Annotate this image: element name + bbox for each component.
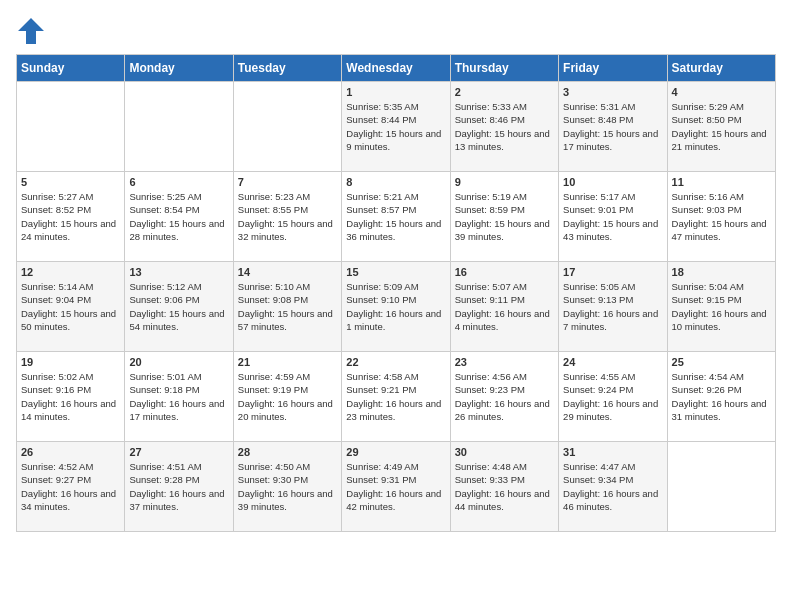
sunrise-text: Sunrise: 5:04 AM: [672, 281, 744, 292]
day-number: 20: [129, 356, 228, 368]
day-number: 25: [672, 356, 771, 368]
daylight-text: Daylight: 15 hours and 24 minutes.: [21, 218, 116, 242]
day-info: Sunrise: 4:58 AM Sunset: 9:21 PM Dayligh…: [346, 370, 445, 423]
day-number: 2: [455, 86, 554, 98]
day-number: 3: [563, 86, 662, 98]
daylight-text: Daylight: 16 hours and 4 minutes.: [455, 308, 550, 332]
day-info: Sunrise: 4:56 AM Sunset: 9:23 PM Dayligh…: [455, 370, 554, 423]
calendar-cell: 24 Sunrise: 4:55 AM Sunset: 9:24 PM Dayl…: [559, 352, 667, 442]
day-number: 27: [129, 446, 228, 458]
calendar-cell: 9 Sunrise: 5:19 AM Sunset: 8:59 PM Dayli…: [450, 172, 558, 262]
day-info: Sunrise: 4:47 AM Sunset: 9:34 PM Dayligh…: [563, 460, 662, 513]
day-info: Sunrise: 4:55 AM Sunset: 9:24 PM Dayligh…: [563, 370, 662, 423]
day-number: 9: [455, 176, 554, 188]
sunrise-text: Sunrise: 5:21 AM: [346, 191, 418, 202]
sunset-text: Sunset: 9:33 PM: [455, 474, 525, 485]
weekday-header-row: SundayMondayTuesdayWednesdayThursdayFrid…: [17, 55, 776, 82]
sunrise-text: Sunrise: 5:19 AM: [455, 191, 527, 202]
day-number: 23: [455, 356, 554, 368]
day-number: 21: [238, 356, 337, 368]
header: [16, 16, 776, 46]
day-info: Sunrise: 5:10 AM Sunset: 9:08 PM Dayligh…: [238, 280, 337, 333]
day-number: 24: [563, 356, 662, 368]
daylight-text: Daylight: 15 hours and 39 minutes.: [455, 218, 550, 242]
daylight-text: Daylight: 16 hours and 31 minutes.: [672, 398, 767, 422]
sunrise-text: Sunrise: 4:58 AM: [346, 371, 418, 382]
sunset-text: Sunset: 9:19 PM: [238, 384, 308, 395]
week-row-3: 12 Sunrise: 5:14 AM Sunset: 9:04 PM Dayl…: [17, 262, 776, 352]
day-info: Sunrise: 5:19 AM Sunset: 8:59 PM Dayligh…: [455, 190, 554, 243]
week-row-4: 19 Sunrise: 5:02 AM Sunset: 9:16 PM Dayl…: [17, 352, 776, 442]
calendar-cell: 4 Sunrise: 5:29 AM Sunset: 8:50 PM Dayli…: [667, 82, 775, 172]
day-info: Sunrise: 5:09 AM Sunset: 9:10 PM Dayligh…: [346, 280, 445, 333]
sunrise-text: Sunrise: 5:07 AM: [455, 281, 527, 292]
daylight-text: Daylight: 16 hours and 34 minutes.: [21, 488, 116, 512]
day-info: Sunrise: 5:01 AM Sunset: 9:18 PM Dayligh…: [129, 370, 228, 423]
day-info: Sunrise: 5:14 AM Sunset: 9:04 PM Dayligh…: [21, 280, 120, 333]
daylight-text: Daylight: 16 hours and 14 minutes.: [21, 398, 116, 422]
day-info: Sunrise: 5:29 AM Sunset: 8:50 PM Dayligh…: [672, 100, 771, 153]
calendar-cell: 27 Sunrise: 4:51 AM Sunset: 9:28 PM Dayl…: [125, 442, 233, 532]
day-info: Sunrise: 5:31 AM Sunset: 8:48 PM Dayligh…: [563, 100, 662, 153]
calendar-cell: 23 Sunrise: 4:56 AM Sunset: 9:23 PM Dayl…: [450, 352, 558, 442]
calendar-cell: 10 Sunrise: 5:17 AM Sunset: 9:01 PM Dayl…: [559, 172, 667, 262]
calendar-cell: 8 Sunrise: 5:21 AM Sunset: 8:57 PM Dayli…: [342, 172, 450, 262]
sunrise-text: Sunrise: 5:10 AM: [238, 281, 310, 292]
day-info: Sunrise: 4:48 AM Sunset: 9:33 PM Dayligh…: [455, 460, 554, 513]
daylight-text: Daylight: 16 hours and 29 minutes.: [563, 398, 658, 422]
weekday-header-thursday: Thursday: [450, 55, 558, 82]
day-info: Sunrise: 5:35 AM Sunset: 8:44 PM Dayligh…: [346, 100, 445, 153]
calendar-cell: 28 Sunrise: 4:50 AM Sunset: 9:30 PM Dayl…: [233, 442, 341, 532]
sunset-text: Sunset: 9:15 PM: [672, 294, 742, 305]
daylight-text: Daylight: 15 hours and 32 minutes.: [238, 218, 333, 242]
sunset-text: Sunset: 9:30 PM: [238, 474, 308, 485]
day-info: Sunrise: 5:16 AM Sunset: 9:03 PM Dayligh…: [672, 190, 771, 243]
day-number: 17: [563, 266, 662, 278]
calendar-cell: 5 Sunrise: 5:27 AM Sunset: 8:52 PM Dayli…: [17, 172, 125, 262]
daylight-text: Daylight: 15 hours and 9 minutes.: [346, 128, 441, 152]
sunset-text: Sunset: 8:52 PM: [21, 204, 91, 215]
calendar-cell: 3 Sunrise: 5:31 AM Sunset: 8:48 PM Dayli…: [559, 82, 667, 172]
day-number: 7: [238, 176, 337, 188]
calendar-cell: 17 Sunrise: 5:05 AM Sunset: 9:13 PM Dayl…: [559, 262, 667, 352]
day-number: 4: [672, 86, 771, 98]
day-info: Sunrise: 5:21 AM Sunset: 8:57 PM Dayligh…: [346, 190, 445, 243]
daylight-text: Daylight: 15 hours and 54 minutes.: [129, 308, 224, 332]
sunset-text: Sunset: 9:21 PM: [346, 384, 416, 395]
day-number: 6: [129, 176, 228, 188]
sunset-text: Sunset: 9:26 PM: [672, 384, 742, 395]
logo-icon: [16, 16, 46, 46]
calendar-cell: 12 Sunrise: 5:14 AM Sunset: 9:04 PM Dayl…: [17, 262, 125, 352]
calendar-cell: [17, 82, 125, 172]
day-number: 13: [129, 266, 228, 278]
daylight-text: Daylight: 15 hours and 17 minutes.: [563, 128, 658, 152]
sunrise-text: Sunrise: 5:14 AM: [21, 281, 93, 292]
weekday-header-wednesday: Wednesday: [342, 55, 450, 82]
daylight-text: Daylight: 16 hours and 1 minute.: [346, 308, 441, 332]
sunset-text: Sunset: 8:59 PM: [455, 204, 525, 215]
sunrise-text: Sunrise: 5:29 AM: [672, 101, 744, 112]
day-info: Sunrise: 4:49 AM Sunset: 9:31 PM Dayligh…: [346, 460, 445, 513]
day-info: Sunrise: 4:50 AM Sunset: 9:30 PM Dayligh…: [238, 460, 337, 513]
day-info: Sunrise: 5:23 AM Sunset: 8:55 PM Dayligh…: [238, 190, 337, 243]
sunrise-text: Sunrise: 5:17 AM: [563, 191, 635, 202]
sunrise-text: Sunrise: 4:48 AM: [455, 461, 527, 472]
calendar-cell: 21 Sunrise: 4:59 AM Sunset: 9:19 PM Dayl…: [233, 352, 341, 442]
daylight-text: Daylight: 16 hours and 44 minutes.: [455, 488, 550, 512]
weekday-header-friday: Friday: [559, 55, 667, 82]
sunset-text: Sunset: 8:48 PM: [563, 114, 633, 125]
day-number: 19: [21, 356, 120, 368]
sunset-text: Sunset: 9:28 PM: [129, 474, 199, 485]
day-number: 11: [672, 176, 771, 188]
calendar-cell: 11 Sunrise: 5:16 AM Sunset: 9:03 PM Dayl…: [667, 172, 775, 262]
daylight-text: Daylight: 16 hours and 7 minutes.: [563, 308, 658, 332]
sunset-text: Sunset: 9:24 PM: [563, 384, 633, 395]
day-info: Sunrise: 5:05 AM Sunset: 9:13 PM Dayligh…: [563, 280, 662, 333]
day-number: 10: [563, 176, 662, 188]
week-row-2: 5 Sunrise: 5:27 AM Sunset: 8:52 PM Dayli…: [17, 172, 776, 262]
sunset-text: Sunset: 9:18 PM: [129, 384, 199, 395]
daylight-text: Daylight: 15 hours and 47 minutes.: [672, 218, 767, 242]
calendar-cell: 1 Sunrise: 5:35 AM Sunset: 8:44 PM Dayli…: [342, 82, 450, 172]
sunset-text: Sunset: 9:11 PM: [455, 294, 525, 305]
sunrise-text: Sunrise: 4:52 AM: [21, 461, 93, 472]
